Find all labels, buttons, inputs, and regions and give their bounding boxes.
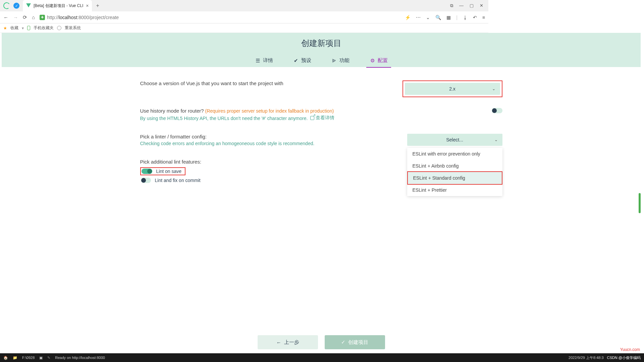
- linter-option-standard[interactable]: ESLint + Standard config: [407, 171, 489, 185]
- tab-presets[interactable]: ✔ 预设: [290, 55, 315, 68]
- linter-option-prettier[interactable]: ESLint + Prettier: [407, 184, 489, 196]
- tab-config[interactable]: ⚙ 配置: [366, 55, 391, 68]
- linter-option-error-only[interactable]: ESLint with error prevention only: [407, 148, 489, 160]
- external-link-icon: [310, 116, 314, 120]
- linter-select[interactable]: Select... ⌄: [407, 134, 489, 146]
- page-title: 创建新项目: [2, 33, 488, 49]
- tab-title: [Beta] 创建新项目 - Vue CLI: [34, 3, 83, 9]
- vue-logo-icon: [26, 3, 31, 8]
- history-desc: By using the HTML5 History API, the URLs…: [140, 116, 308, 121]
- star-icon: ★: [3, 26, 7, 31]
- share-icon: ⫸: [331, 58, 337, 64]
- back-button[interactable]: ←: [3, 14, 8, 20]
- lint-features-label: Pick additional lint features:: [140, 159, 405, 165]
- linter-option-airbnb[interactable]: ESLint + Airbnb config: [407, 160, 489, 172]
- flash-icon[interactable]: ⚡: [405, 15, 411, 20]
- highlight-box: Lint on save: [140, 167, 186, 175]
- reinstall-bookmark[interactable]: 重装系统: [65, 25, 81, 31]
- url-host: localhost: [59, 15, 77, 20]
- url-path: /project/create: [89, 15, 119, 20]
- chevron-down-icon[interactable]: ⌄: [426, 15, 430, 20]
- url-input[interactable]: ✚ http://localhost:8000/project/create: [40, 15, 400, 20]
- new-tab-button[interactable]: +: [92, 3, 103, 9]
- check-circle-icon: ✔: [293, 58, 299, 64]
- more-icon[interactable]: ⋯: [416, 15, 421, 20]
- favorites-label[interactable]: 收藏: [10, 25, 18, 31]
- extension-icon[interactable]: ⧉: [450, 3, 453, 8]
- address-bar: ← → ⟳ ⌂ ✚ http://localhost:8000/project/…: [0, 11, 488, 23]
- lint-on-commit-label: Lint and fix on commit: [155, 178, 201, 183]
- minimize-button[interactable]: —: [459, 3, 464, 8]
- close-window-button[interactable]: ✕: [480, 3, 483, 8]
- linter-label: Pick a linter / formatter config:: [140, 134, 405, 139]
- linter-desc: Checking code errors and enforcing an ho…: [140, 141, 405, 146]
- history-note: (Requires proper server setup for index …: [205, 108, 334, 114]
- browser-tab[interactable]: [Beta] 创建新项目 - Vue CLI ×: [23, 0, 92, 11]
- lint-on-save-label: Lint on save: [156, 169, 182, 174]
- download-icon[interactable]: ⭳: [463, 15, 468, 20]
- tab-features[interactable]: ⫸ 功能: [328, 55, 353, 68]
- vue-version-label: Choose a version of Vue.js that you want…: [140, 80, 405, 86]
- forward-button: →: [13, 14, 18, 20]
- undo-icon[interactable]: ↶: [473, 15, 477, 20]
- menu-icon[interactable]: ≡: [482, 15, 485, 20]
- gear-icon: ⚙: [370, 58, 376, 64]
- apps-icon[interactable]: ▦: [446, 15, 451, 20]
- shield-icon: ✚: [40, 15, 45, 20]
- reload-button[interactable]: ⟳: [23, 14, 27, 20]
- history-link[interactable]: 查看详情: [310, 115, 334, 121]
- url-port: :8000: [77, 15, 89, 20]
- history-label: Use history mode for router?: [140, 108, 204, 114]
- highlight-box: 2.x ⌄: [402, 80, 489, 97]
- mobile-bookmarks[interactable]: 手机收藏夹: [34, 25, 54, 31]
- phone-icon: [27, 26, 30, 30]
- lint-on-commit-toggle[interactable]: [141, 178, 151, 183]
- globe-icon: [57, 26, 61, 30]
- vue-version-select[interactable]: 2.x ⌄: [405, 83, 489, 95]
- tab-bar: ✓ [Beta] 创建新项目 - Vue CLI × + ⧉ — ▢ ✕: [0, 0, 488, 11]
- url-protocol: http://: [47, 15, 59, 20]
- bookmark-bar: ★ 收藏 ▾ 手机收藏夹 重装系统: [0, 23, 488, 33]
- linter-dropdown: ESLint with error prevention only ESLint…: [407, 148, 489, 196]
- list-icon: ☰: [255, 58, 261, 64]
- close-tab-icon[interactable]: ×: [86, 3, 89, 8]
- browser-logo-icon: [3, 2, 10, 9]
- tab-details[interactable]: ☰ 详情: [252, 55, 276, 68]
- lint-on-save-toggle[interactable]: [142, 169, 152, 174]
- maximize-button[interactable]: ▢: [470, 3, 474, 8]
- vue-cli-page: 创建新项目 ☰ 详情 ✔ 预设 ⫸ 功能 ⚙ 配置 Choose a ver: [2, 33, 488, 274]
- home-button[interactable]: ⌂: [32, 14, 35, 20]
- sync-icon[interactable]: ✓: [13, 3, 19, 9]
- search-icon[interactable]: 🔍: [435, 15, 441, 20]
